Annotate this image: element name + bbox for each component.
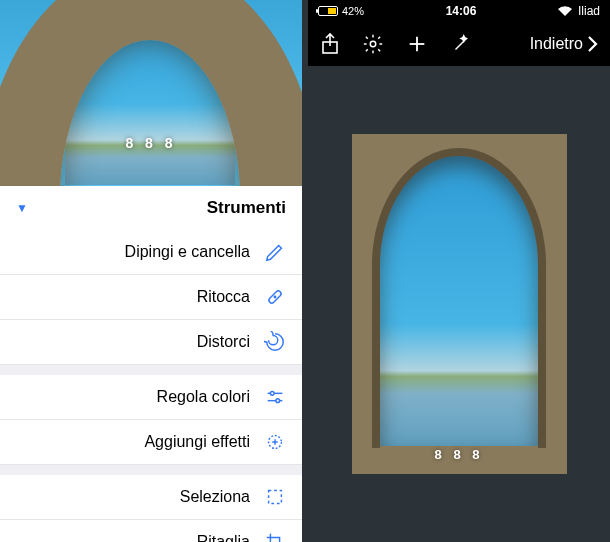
back-label: Indietro xyxy=(530,35,583,53)
chevron-right-icon xyxy=(587,35,598,53)
watermark: 8 8 8 xyxy=(435,447,484,462)
svg-rect-9 xyxy=(269,491,282,504)
tool-add-effects[interactable]: Aggiungi effetti xyxy=(0,420,302,465)
magic-wand-icon[interactable] xyxy=(450,33,472,55)
tool-retouch[interactable]: Ritocca xyxy=(0,275,302,320)
status-time: 14:06 xyxy=(446,4,477,18)
status-bar: Iliad 14:06 42% xyxy=(308,0,610,22)
crop-icon xyxy=(264,531,286,542)
tool-crop[interactable]: Ritaglia xyxy=(0,520,302,542)
tools-header[interactable]: Strumenti ▼ xyxy=(0,186,302,230)
svg-point-12 xyxy=(370,41,376,47)
left-screenshot: 8 8 8 Strumenti ▼ Dipingi e cancella Rit… xyxy=(0,0,302,542)
sparkle-icon xyxy=(264,431,286,453)
stone-arch xyxy=(0,0,302,186)
brush-icon xyxy=(264,241,286,263)
watermark: 8 8 8 xyxy=(125,135,176,151)
share-icon[interactable] xyxy=(320,32,340,56)
tool-paint-erase[interactable]: Dipingi e cancella xyxy=(0,230,302,275)
plus-icon[interactable] xyxy=(406,33,428,55)
gear-icon[interactable] xyxy=(362,33,384,55)
tool-label: Dipingi e cancella xyxy=(125,243,250,261)
carrier-label: Iliad xyxy=(578,4,600,18)
tool-label: Distorci xyxy=(197,333,250,351)
tool-label: Ritocca xyxy=(197,288,250,306)
back-button[interactable]: Indietro xyxy=(530,35,598,53)
bandage-icon xyxy=(264,286,286,308)
tool-distort[interactable]: Distorci xyxy=(0,320,302,365)
photo-preview-right: 8 8 8 xyxy=(352,134,567,474)
arch-shadow xyxy=(372,148,546,448)
section-divider xyxy=(0,465,302,475)
tool-label: Seleziona xyxy=(180,488,250,506)
svg-point-4 xyxy=(270,392,274,396)
select-icon xyxy=(264,486,286,508)
wifi-icon xyxy=(558,6,572,16)
tool-label: Regola colori xyxy=(157,388,250,406)
editor-toolbar: Indietro xyxy=(308,22,610,66)
tools-title: Strumenti xyxy=(207,198,286,218)
tool-label: Ritaglia xyxy=(197,533,250,542)
tool-label: Aggiungi effetti xyxy=(144,433,250,451)
svg-point-1 xyxy=(274,296,275,297)
photo-preview-left: 8 8 8 xyxy=(0,0,302,186)
collapse-icon: ▼ xyxy=(16,201,28,215)
right-screenshot: Iliad 14:06 42% Indietro xyxy=(308,0,610,542)
tool-select[interactable]: Seleziona xyxy=(0,475,302,520)
battery-icon xyxy=(318,6,338,16)
editor-canvas[interactable]: 8 8 8 xyxy=(308,66,610,542)
battery-percent: 42% xyxy=(342,5,364,17)
tool-adjust-colors[interactable]: Regola colori xyxy=(0,375,302,420)
sliders-icon xyxy=(264,386,286,408)
spiral-icon xyxy=(264,331,286,353)
tools-panel: Strumenti ▼ Dipingi e cancella Ritocca D… xyxy=(0,186,302,542)
section-divider xyxy=(0,365,302,375)
svg-point-5 xyxy=(276,399,280,403)
